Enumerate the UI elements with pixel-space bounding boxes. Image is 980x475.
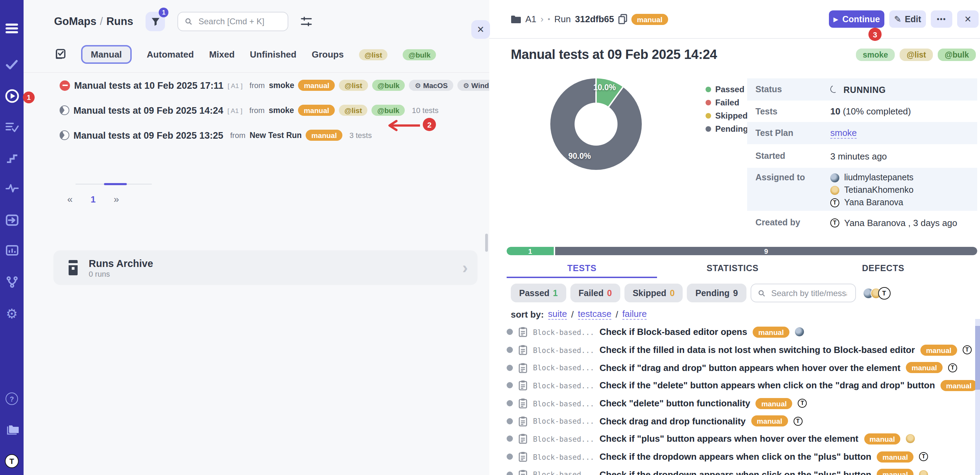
more-button[interactable]: ••• xyxy=(931,10,952,28)
continue-button[interactable]: ▶ Continue xyxy=(829,10,885,28)
help-icon[interactable]: ? xyxy=(0,390,24,408)
test-row[interactable]: Block-based...Check if the filled in dat… xyxy=(507,341,975,359)
test-title[interactable]: Check if the dropdown appears when click… xyxy=(600,451,872,462)
tab-defects[interactable]: DEFECTS xyxy=(808,259,959,277)
settings-gear-icon[interactable]: ⚙ xyxy=(0,304,24,322)
test-suite[interactable]: Block-based... xyxy=(533,453,594,461)
tests-search[interactable] xyxy=(750,284,856,302)
filter-button[interactable]: 1 xyxy=(146,12,165,31)
test-status-dot[interactable] xyxy=(507,364,513,371)
test-suite[interactable]: Block-based... xyxy=(533,435,594,443)
panel-close-button[interactable]: ✕ xyxy=(471,20,490,39)
test-status-dot[interactable] xyxy=(507,454,513,460)
run-breadcrumb-project[interactable]: A1 xyxy=(525,14,536,24)
test-suite[interactable]: Block-based... xyxy=(533,417,594,426)
test-suite[interactable]: Block-based... xyxy=(533,328,594,336)
sort-suite[interactable]: suite xyxy=(548,309,567,320)
run-row[interactable]: Manual tests at 10 Feb 2025 17:11 [ A1 ]… xyxy=(24,73,489,98)
filter-skipped[interactable]: Skipped0 xyxy=(624,284,683,302)
test-suite[interactable]: Block-based... xyxy=(533,363,594,372)
sliders-icon[interactable] xyxy=(301,17,312,26)
test-status-dot[interactable] xyxy=(507,400,513,406)
test-plans-icon[interactable] xyxy=(0,118,24,136)
runs-archive-card[interactable]: Runs Archive 0 runs › xyxy=(53,250,477,285)
test-status-dot[interactable] xyxy=(507,347,513,353)
activity-pulse-icon[interactable] xyxy=(0,179,24,197)
pagination-next[interactable]: » xyxy=(114,193,119,204)
user-avatar[interactable]: T xyxy=(0,452,24,470)
filter-passed[interactable]: Passed1 xyxy=(511,284,566,302)
tag-filter-bulk[interactable]: @bulk xyxy=(403,49,436,60)
runs-play-icon[interactable] xyxy=(0,87,24,105)
run-from-label: from xyxy=(250,81,265,89)
tag-smoke[interactable]: smoke xyxy=(856,49,895,61)
tab-statistics[interactable]: STATISTICS xyxy=(657,259,808,277)
tag-list[interactable]: @list xyxy=(900,49,933,61)
menu-icon[interactable] xyxy=(0,19,24,37)
tag-filter-list[interactable]: @list xyxy=(359,49,388,60)
pagination-prev[interactable]: « xyxy=(67,193,73,204)
testcases-check-icon[interactable] xyxy=(0,56,24,73)
breadcrumb-project[interactable]: GoMaps xyxy=(54,15,96,27)
copy-icon[interactable] xyxy=(618,14,627,24)
import-box-icon[interactable] xyxy=(0,211,24,229)
test-title[interactable]: Check if the dropdown appears when click… xyxy=(600,469,872,475)
runs-search[interactable] xyxy=(177,12,288,31)
projects-folders-icon[interactable] xyxy=(0,421,24,439)
edit-button[interactable]: ✎ Edit xyxy=(889,10,926,28)
test-row[interactable]: Block-based...Check if the dropdown appe… xyxy=(507,448,975,465)
test-title[interactable]: Check if the filled in data is not lost … xyxy=(600,344,915,355)
test-suite[interactable]: Block-based... xyxy=(533,470,594,475)
test-status-dot[interactable] xyxy=(507,418,513,424)
filter-failed[interactable]: Failed0 xyxy=(570,284,620,302)
test-row[interactable]: Block-based...Check if Block-based edito… xyxy=(507,323,975,341)
test-suite[interactable]: Block-based... xyxy=(533,381,594,390)
tab-automated[interactable]: Automated xyxy=(147,49,194,60)
test-row[interactable]: Block-based...Check if the "delete" butt… xyxy=(507,376,975,394)
runs-search-input[interactable] xyxy=(197,16,281,27)
tab-tests[interactable]: TESTS xyxy=(507,259,657,277)
test-title[interactable]: Check if "plus" button appears when hove… xyxy=(600,434,858,444)
test-status-dot[interactable] xyxy=(507,383,513,389)
test-suite[interactable]: Block-based... xyxy=(533,346,594,354)
tab-manual[interactable]: Manual xyxy=(81,45,132,64)
close-detail-button[interactable]: ✕ xyxy=(957,10,978,28)
test-row[interactable]: Block-based...Check drag and drop functi… xyxy=(507,412,975,430)
test-title[interactable]: Check if the "delete" button appears whe… xyxy=(600,380,935,391)
assignee-avatars-group[interactable]: T xyxy=(862,287,890,299)
test-status-dot[interactable] xyxy=(507,472,513,475)
assignee[interactable]: TetianaKhomenko xyxy=(830,184,913,196)
tag-bulk[interactable]: @bulk xyxy=(938,49,976,61)
tab-mixed[interactable]: Mixed xyxy=(209,49,235,60)
test-row[interactable]: Block-based...Check if the dropdown appe… xyxy=(507,465,975,475)
tests-search-input[interactable] xyxy=(770,287,848,298)
test-row[interactable]: Block-based...Check if "drag and drop" b… xyxy=(507,359,975,376)
run-id[interactable]: 312dfb65 xyxy=(575,14,614,24)
milestones-steps-icon[interactable] xyxy=(0,148,24,166)
test-title[interactable]: Check "delete" button functionality xyxy=(600,398,750,408)
sort-testcase[interactable]: testcase xyxy=(578,309,612,320)
versions-branch-icon[interactable] xyxy=(0,273,24,290)
test-plan-link[interactable]: smoke xyxy=(830,128,857,139)
test-row[interactable]: Block-based...Check "delete" button func… xyxy=(507,395,975,412)
test-status-dot[interactable] xyxy=(507,329,513,335)
test-suite[interactable]: Block-based... xyxy=(533,399,594,407)
bulk-select-icon[interactable] xyxy=(54,49,66,61)
assignee[interactable]: liudmylastepanets xyxy=(830,171,913,184)
left-scrollbar-thumb[interactable] xyxy=(485,234,488,252)
test-title[interactable]: Check drag and drop functionality xyxy=(600,416,746,426)
sort-failure[interactable]: failure xyxy=(622,309,647,320)
test-title[interactable]: Check if Block-based editor opens xyxy=(600,327,747,337)
funnel-icon xyxy=(151,17,160,26)
tab-unfinished[interactable]: Unfinished xyxy=(250,49,296,60)
right-scrollbar-thumb[interactable] xyxy=(975,326,980,390)
test-row[interactable]: Block-based...Check if "plus" button app… xyxy=(507,430,975,448)
reports-chart-icon[interactable] xyxy=(0,241,24,259)
test-status-dot[interactable] xyxy=(507,436,513,442)
pagination-page-1[interactable]: 1 xyxy=(91,194,95,204)
tab-groups[interactable]: Groups xyxy=(312,49,344,60)
test-title[interactable]: Check if "drag and drop" button appears … xyxy=(600,362,900,373)
filter-pending[interactable]: Pending9 xyxy=(687,284,746,302)
assignee[interactable]: TYana Baranova xyxy=(830,196,913,209)
test-badge: manual xyxy=(752,327,789,338)
